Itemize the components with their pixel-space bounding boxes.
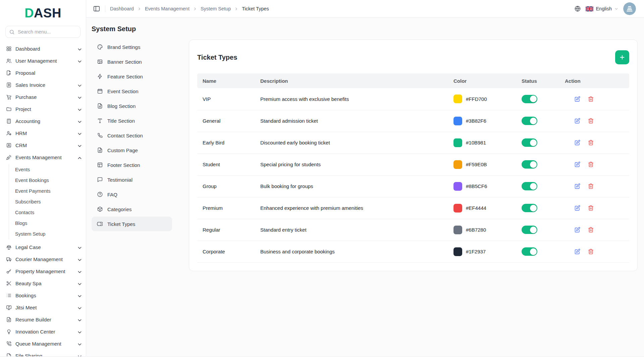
sidebar-subitem-system-setup[interactable]: System Setup — [9, 229, 86, 239]
setup-menu-item-brand-settings[interactable]: Brand Settings — [92, 40, 172, 54]
color-swatch — [453, 226, 462, 234]
delete-button[interactable] — [588, 205, 594, 211]
sidebar-item-label: Purchase — [15, 94, 37, 100]
sidebar-item-queue-management[interactable]: Queue Management — [0, 338, 86, 350]
sidebar-subitem-event-payments[interactable]: Event Payments — [9, 186, 86, 196]
breadcrumb-item-dashboard[interactable]: Dashboard — [110, 6, 134, 11]
setup-menu-item-footer-section[interactable]: Footer Section — [92, 158, 172, 172]
globe-icon[interactable] — [574, 5, 581, 12]
sidebar-item-property-management[interactable]: Property Management — [0, 265, 86, 277]
edit-button[interactable] — [574, 96, 581, 102]
setup-menu-item-event-section[interactable]: Event Section — [92, 84, 172, 99]
sidebar-item-courier-management[interactable]: Courier Management — [0, 253, 86, 265]
edit-button[interactable] — [574, 139, 581, 146]
cell-description: Special pricing for students — [255, 154, 448, 175]
cell-action — [559, 219, 629, 241]
chevron-down-icon — [77, 293, 81, 298]
chevron-right-icon — [193, 7, 197, 11]
setup-menu-item-contact-section[interactable]: Contact Section — [92, 128, 172, 143]
setup-menu-item-title-section[interactable]: Title Section — [92, 113, 172, 128]
toggle-knob — [530, 139, 537, 146]
status-toggle[interactable] — [522, 95, 537, 103]
cell-status — [516, 197, 559, 219]
setup-menu-item-faq[interactable]: FAQ — [92, 187, 172, 202]
setup-menu-item-custom-page[interactable]: Custom Page — [92, 143, 172, 158]
file-text-icon — [97, 147, 103, 153]
delete-button[interactable] — [588, 118, 594, 124]
setup-menu-item-blog-section[interactable]: Blog Section — [92, 99, 172, 113]
sidebar-subitem-event-bookings[interactable]: Event Bookings — [9, 175, 86, 186]
status-toggle[interactable] — [522, 226, 537, 234]
setup-menu-item-categories[interactable]: Categories — [92, 202, 172, 217]
edit-button[interactable] — [574, 227, 581, 233]
edit-button[interactable] — [574, 205, 581, 211]
sidebar-item-hrm[interactable]: HRM — [0, 127, 86, 139]
language-selector[interactable]: English — [586, 6, 619, 11]
sidebar-item-proposal[interactable]: Proposal — [0, 67, 86, 79]
sidebar-item-label: Property Management — [15, 268, 65, 274]
sidebar-subitem-blogs[interactable]: Blogs — [9, 218, 86, 229]
sidebar-item-legal-case[interactable]: Legal Case — [0, 241, 86, 253]
party-popper-icon — [6, 155, 12, 160]
status-toggle[interactable] — [522, 117, 537, 125]
delete-button[interactable] — [588, 161, 594, 168]
sidebar-item-innovation-center[interactable]: Innovation Center — [0, 325, 86, 338]
sidebar-item-file-sharing[interactable]: File Sharing — [0, 350, 86, 356]
setup-menu-item-feature-section[interactable]: Feature Section — [92, 69, 172, 84]
status-toggle[interactable] — [522, 160, 537, 169]
sidebar-subitem-subscribers[interactable]: Subscribers — [9, 196, 86, 207]
sidebar-item-user-management[interactable]: User Management — [0, 55, 86, 67]
sidebar-item-beauty-spa[interactable]: Beauty Spa — [0, 277, 86, 289]
trash-icon — [588, 227, 594, 233]
panel-left-toggle[interactable] — [93, 5, 100, 12]
breadcrumb-item-events-management[interactable]: Events Management — [145, 6, 190, 11]
sidebar-item-sales-invoice[interactable]: Sales Invoice — [0, 79, 86, 91]
table-row-early-bird: Early BirdDiscounted early booking ticke… — [197, 132, 629, 154]
edit-button[interactable] — [574, 118, 581, 124]
edit-icon — [574, 248, 581, 255]
sidebar-subitem-contacts[interactable]: Contacts — [9, 207, 86, 218]
setup-menu-item-label: Brand Settings — [107, 44, 140, 50]
edit-button[interactable] — [574, 161, 581, 168]
status-toggle[interactable] — [522, 204, 537, 212]
sidebar-item-crm[interactable]: CRM — [0, 139, 86, 151]
chevron-down-icon — [77, 305, 83, 311]
sidebar-item-bookings[interactable]: Bookings — [0, 289, 86, 301]
delete-button[interactable] — [588, 96, 594, 102]
sidebar-subitem-events[interactable]: Events — [9, 164, 86, 175]
setup-menu-item-ticket-types[interactable]: Ticket Types — [92, 217, 172, 231]
status-toggle[interactable] — [522, 182, 537, 190]
user-avatar[interactable] — [623, 2, 636, 15]
cell-status — [516, 219, 559, 241]
add-ticket-type-button[interactable] — [615, 50, 629, 64]
setup-menu-item-banner-section[interactable]: Banner Section — [92, 54, 172, 69]
color-swatch — [453, 182, 462, 191]
breadcrumb-item-system-setup[interactable]: System Setup — [201, 6, 231, 11]
chevron-down-icon — [77, 329, 81, 334]
sidebar-item-dashboard[interactable]: Dashboard — [0, 43, 86, 55]
cell-color: #8B5CF6 — [448, 175, 516, 197]
edit-button[interactable] — [574, 248, 581, 255]
sidebar-item-accounting[interactable]: Accounting — [0, 115, 86, 127]
sidebar-item-events-management[interactable]: Events Management — [0, 151, 86, 163]
setup-menu-item-testimonial[interactable]: Testimonial — [92, 172, 172, 187]
sidebar-item-project[interactable]: Project — [0, 103, 86, 115]
sidebar-item-purchase[interactable]: Purchase — [0, 91, 86, 103]
sidebar-menu: DashboardUser ManagementProposalSales In… — [0, 43, 86, 356]
table-row-premium: PremiumEnhanced experience with premium … — [197, 197, 629, 219]
status-toggle[interactable] — [522, 247, 537, 256]
uk-flag-icon — [586, 6, 593, 11]
chevron-down-icon — [77, 317, 81, 322]
delete-button[interactable] — [588, 248, 594, 255]
delete-button[interactable] — [588, 183, 594, 189]
key-icon — [6, 268, 12, 274]
search-input[interactable] — [5, 26, 80, 38]
delete-button[interactable] — [588, 139, 594, 146]
sidebar-item-jitsi-meet[interactable]: Jitsi Meet — [0, 301, 86, 313]
toggle-knob — [530, 118, 537, 124]
edit-button[interactable] — [574, 183, 581, 189]
status-toggle[interactable] — [522, 138, 537, 147]
sidebar-item-resume-builder[interactable]: Resume Builder — [0, 313, 86, 325]
delete-button[interactable] — [588, 227, 594, 233]
file-text-icon — [6, 317, 12, 322]
